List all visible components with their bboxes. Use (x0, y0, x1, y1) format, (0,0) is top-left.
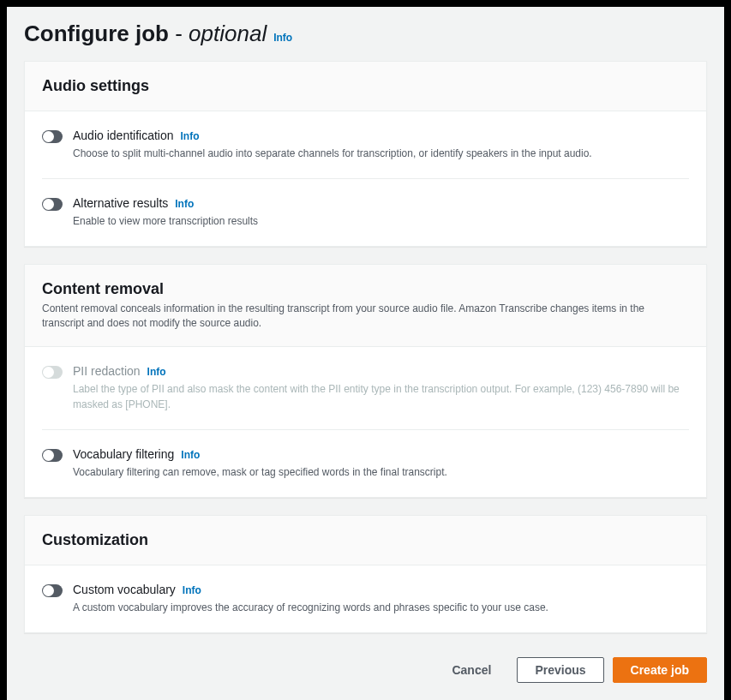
content-removal-header: Content removal Content removal conceals… (25, 265, 706, 347)
pii-redaction-label: PII redaction (73, 364, 141, 378)
vocabulary-filtering-info-link[interactable]: Info (181, 449, 200, 461)
vocabulary-filtering-row: Vocabulary filtering Info Vocabulary fil… (42, 430, 689, 497)
audio-identification-content: Audio identification Info Choose to spli… (73, 129, 689, 161)
vocabulary-filtering-description: Vocabulary filtering can remove, mask or… (73, 464, 689, 480)
alternative-results-row: Alternative results Info Enable to view … (42, 179, 689, 246)
cancel-button[interactable]: Cancel (434, 658, 508, 682)
audio-identification-row: Audio identification Info Choose to spli… (42, 111, 689, 179)
page-title: Configure job - optional (24, 21, 267, 47)
alternative-results-toggle[interactable] (42, 198, 63, 211)
page-info-link[interactable]: Info (273, 32, 292, 44)
audio-identification-label: Audio identification (73, 129, 174, 142)
vocabulary-filtering-label-row: Vocabulary filtering Info (73, 447, 689, 461)
custom-vocabulary-label-row: Custom vocabulary Info (73, 583, 689, 596)
audio-settings-body: Audio identification Info Choose to spli… (25, 111, 706, 246)
vocabulary-filtering-content: Vocabulary filtering Info Vocabulary fil… (73, 447, 689, 480)
content-removal-body: PII redaction Info Label the type of PII… (25, 347, 706, 497)
alternative-results-info-link[interactable]: Info (175, 198, 194, 210)
alternative-results-label: Alternative results (73, 196, 168, 210)
content-removal-subtitle: Content removal conceals information in … (42, 302, 689, 331)
create-job-button[interactable]: Create job (613, 657, 707, 683)
customization-body: Custom vocabulary Info A custom vocabula… (25, 565, 706, 632)
alternative-results-content: Alternative results Info Enable to view … (73, 196, 689, 229)
page-header: Configure job - optional Info (24, 21, 707, 47)
alternative-results-label-row: Alternative results Info (73, 196, 689, 210)
content-removal-title: Content removal (42, 280, 689, 298)
custom-vocabulary-content: Custom vocabulary Info A custom vocabula… (73, 583, 689, 615)
content-removal-panel: Content removal Content removal conceals… (24, 264, 707, 498)
pii-redaction-row: PII redaction Info Label the type of PII… (42, 347, 689, 430)
page-title-suffix: optional (189, 21, 267, 46)
page-title-main: Configure job (24, 21, 169, 46)
audio-settings-panel: Audio settings Audio identification Info… (24, 61, 707, 247)
customization-title: Customization (42, 531, 689, 549)
footer: Cancel Previous Create job (24, 650, 707, 683)
vocabulary-filtering-label: Vocabulary filtering (73, 447, 174, 461)
customization-header: Customization (25, 516, 706, 565)
alternative-results-description: Enable to view more transcription result… (73, 213, 689, 229)
audio-identification-description: Choose to split multi-channel audio into… (73, 146, 689, 161)
customization-panel: Customization Custom vocabulary Info A c… (24, 515, 707, 633)
audio-settings-header: Audio settings (25, 62, 706, 111)
pii-redaction-description: Label the type of PII and also mask the … (73, 381, 689, 412)
pii-redaction-toggle (42, 366, 63, 379)
audio-identification-label-row: Audio identification Info (73, 129, 689, 142)
vocabulary-filtering-toggle[interactable] (42, 449, 63, 462)
pii-redaction-content: PII redaction Info Label the type of PII… (73, 364, 689, 412)
custom-vocabulary-toggle[interactable] (42, 584, 63, 597)
custom-vocabulary-label: Custom vocabulary (73, 583, 176, 596)
custom-vocabulary-description: A custom vocabulary improves the accurac… (73, 600, 689, 615)
configure-job-page: Configure job - optional Info Audio sett… (7, 7, 724, 700)
page-title-separator: - (169, 21, 189, 46)
previous-button[interactable]: Previous (517, 657, 603, 683)
custom-vocabulary-info-link[interactable]: Info (183, 584, 201, 596)
custom-vocabulary-row: Custom vocabulary Info A custom vocabula… (42, 565, 689, 632)
pii-redaction-info-link[interactable]: Info (147, 366, 166, 378)
audio-identification-toggle[interactable] (42, 130, 63, 143)
pii-redaction-label-row: PII redaction Info (73, 364, 689, 378)
audio-identification-info-link[interactable]: Info (181, 130, 200, 142)
audio-settings-title: Audio settings (42, 77, 689, 95)
